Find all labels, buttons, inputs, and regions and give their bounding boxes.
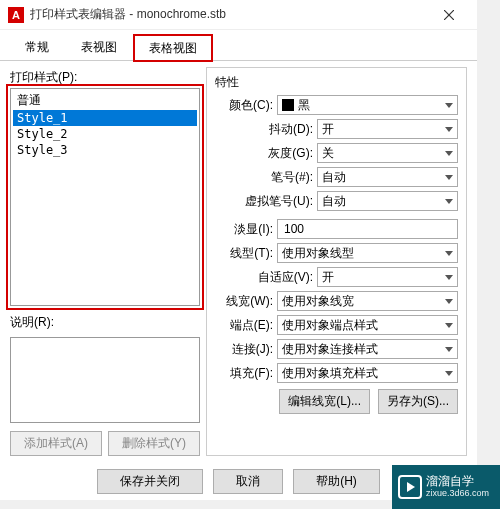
close-icon bbox=[444, 10, 454, 20]
screen-input[interactable] bbox=[277, 219, 458, 239]
description-box[interactable] bbox=[10, 337, 200, 423]
window: 打印样式表编辑器 - monochrome.stb 常规 表视图 表格视图 打印… bbox=[0, 0, 477, 500]
left-column: 打印样式(P): 普通 Style_1 Style_2 Style_3 说明(R… bbox=[10, 67, 200, 456]
gray-select[interactable]: 关 bbox=[317, 143, 458, 163]
color-swatch-icon bbox=[282, 99, 294, 111]
window-title: 打印样式表编辑器 - monochrome.stb bbox=[30, 6, 429, 23]
endcap-label: 端点(E): bbox=[215, 317, 277, 334]
dither-select[interactable]: 开 bbox=[317, 119, 458, 139]
content: 打印样式(P): 普通 Style_1 Style_2 Style_3 说明(R… bbox=[0, 61, 477, 466]
list-item[interactable]: Style_2 bbox=[13, 126, 197, 142]
description-label: 说明(R): bbox=[10, 314, 200, 331]
watermark-url: zixue.3d66.com bbox=[426, 489, 489, 499]
properties-buttons: 编辑线宽(L)... 另存为(S)... bbox=[215, 389, 458, 414]
color-value: 黑 bbox=[298, 97, 310, 114]
lweight-select[interactable]: 使用对象线宽 bbox=[277, 291, 458, 311]
tab-general[interactable]: 常规 bbox=[10, 34, 64, 60]
join-select[interactable]: 使用对象连接样式 bbox=[277, 339, 458, 359]
list-item[interactable]: Style_3 bbox=[13, 142, 197, 158]
endcap-select[interactable]: 使用对象端点样式 bbox=[277, 315, 458, 335]
style-buttons-row: 添加样式(A) 删除样式(Y) bbox=[10, 431, 200, 456]
save-as-button[interactable]: 另存为(S)... bbox=[378, 389, 458, 414]
pen-label: 笔号(#): bbox=[243, 169, 317, 186]
color-select[interactable]: 黑 bbox=[277, 95, 458, 115]
tab-table-view[interactable]: 表视图 bbox=[66, 34, 132, 60]
fill-label: 填充(F): bbox=[215, 365, 277, 382]
help-button[interactable]: 帮助(H) bbox=[293, 469, 380, 494]
ltype-select[interactable]: 使用对象线型 bbox=[277, 243, 458, 263]
close-button[interactable] bbox=[429, 0, 469, 30]
properties-header: 特性 bbox=[215, 74, 458, 91]
pen-select[interactable]: 自动 bbox=[317, 167, 458, 187]
watermark-title: 溜溜自学 bbox=[426, 475, 489, 488]
ltype-label: 线型(T): bbox=[215, 245, 277, 262]
plot-styles-label: 打印样式(P): bbox=[10, 69, 200, 86]
add-style-button[interactable]: 添加样式(A) bbox=[10, 431, 102, 456]
app-icon bbox=[8, 7, 24, 23]
play-icon bbox=[398, 475, 422, 499]
fill-select[interactable]: 使用对象填充样式 bbox=[277, 363, 458, 383]
gray-label: 灰度(G): bbox=[243, 145, 317, 162]
watermark: 溜溜自学 zixue.3d66.com bbox=[392, 465, 500, 509]
list-item[interactable]: Style_1 bbox=[13, 110, 197, 126]
lweight-label: 线宽(W): bbox=[215, 293, 277, 310]
list-item[interactable]: 普通 bbox=[13, 91, 197, 110]
vpen-label: 虚拟笔号(U): bbox=[243, 193, 317, 210]
delete-style-button[interactable]: 删除样式(Y) bbox=[108, 431, 200, 456]
edit-lineweight-button[interactable]: 编辑线宽(L)... bbox=[279, 389, 370, 414]
join-label: 连接(J): bbox=[215, 341, 277, 358]
dither-label: 抖动(D): bbox=[243, 121, 317, 138]
adaptive-select[interactable]: 开 bbox=[317, 267, 458, 287]
vpen-select[interactable]: 自动 bbox=[317, 191, 458, 211]
titlebar: 打印样式表编辑器 - monochrome.stb bbox=[0, 0, 477, 30]
properties-panel: 特性 颜色(C): 黑 抖动(D): 开 灰度(G): 关 笔号(#): 自动 bbox=[206, 67, 467, 456]
tabs: 常规 表视图 表格视图 bbox=[0, 30, 477, 61]
screen-label: 淡显(I): bbox=[215, 221, 277, 238]
tab-form-view[interactable]: 表格视图 bbox=[134, 35, 212, 61]
save-close-button[interactable]: 保存并关闭 bbox=[97, 469, 203, 494]
plot-style-list[interactable]: 普通 Style_1 Style_2 Style_3 bbox=[10, 88, 200, 306]
cancel-button[interactable]: 取消 bbox=[213, 469, 283, 494]
adaptive-label: 自适应(V): bbox=[243, 269, 317, 286]
color-label: 颜色(C): bbox=[215, 97, 277, 114]
